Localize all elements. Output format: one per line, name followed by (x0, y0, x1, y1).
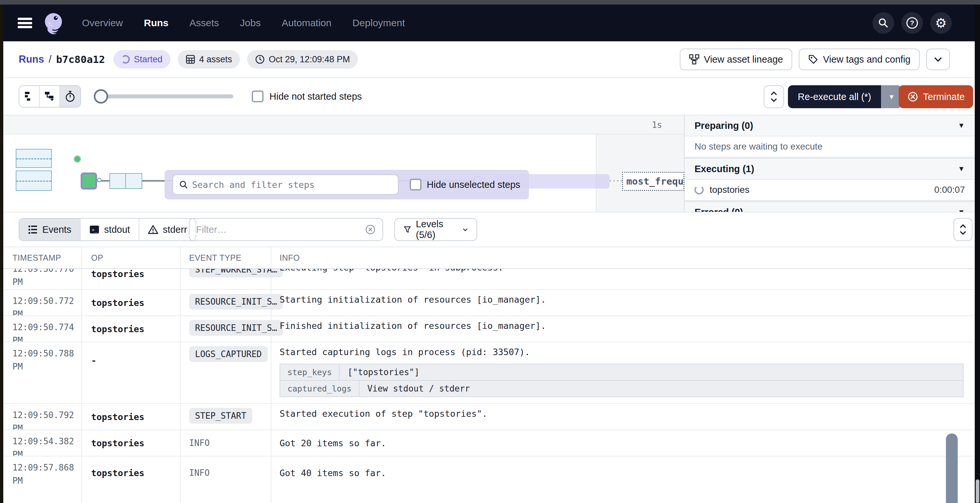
window-left-edge (0, 5, 3, 503)
spinner-icon (121, 55, 130, 64)
step-search-box (172, 174, 399, 195)
captured-logs-link[interactable]: View stdout / stderr (360, 384, 478, 393)
dependency-node (97, 178, 102, 182)
levels-filter-button[interactable]: Levels (5/6) (394, 218, 477, 241)
nav-item-automation[interactable]: Automation (282, 18, 331, 29)
terminate-button[interactable]: Terminate (899, 85, 973, 108)
header-more-button[interactable] (926, 49, 950, 70)
queued-step-box[interactable] (110, 173, 142, 189)
funnel-icon (404, 225, 411, 234)
svg-text:>_: >_ (92, 227, 97, 233)
zoom-slider-knob[interactable] (94, 89, 108, 103)
executing-step-row[interactable]: topstories 0:00:07 (685, 180, 975, 201)
help-button[interactable]: ? (901, 12, 923, 34)
event-type-badge: STEP_START (189, 408, 252, 423)
steps-status-panel: Preparing (0) ▼ No steps are waiting to … (684, 115, 975, 212)
run-logs-panel: Events >_ stdout stderr Levels (5/6) T (3, 212, 975, 503)
tab-stdout[interactable]: >_ stdout (81, 219, 139, 240)
nav-item-assets[interactable]: Assets (189, 18, 219, 29)
gantt-chart: 1s most_frequent_ Hide unselected steps … (3, 115, 975, 212)
chevron-down-icon (934, 56, 943, 62)
clear-filter-icon[interactable] (365, 224, 376, 235)
clock-icon (255, 54, 265, 64)
step-search-input[interactable] (192, 180, 392, 190)
flat-view-button[interactable] (19, 86, 40, 107)
gantt-timeline-header: 1s (3, 115, 684, 134)
tab-stderr[interactable]: stderr (139, 219, 196, 240)
hide-unselected-checkbox[interactable] (410, 179, 422, 191)
zoom-slider-track[interactable] (99, 94, 233, 99)
not-started-step-box[interactable] (16, 170, 52, 191)
dagster-logo-icon[interactable] (41, 11, 65, 35)
log-toolbar: Events >_ stdout stderr Levels (5/6) (3, 212, 975, 247)
timed-view-button[interactable] (60, 86, 80, 107)
search-icon (878, 18, 889, 29)
collapse-triangle-icon: ▼ (958, 165, 965, 173)
breadcrumb-separator: / (49, 53, 52, 65)
log-row: 12:09:50.788 PM - LOGS_CAPTURED Started … (3, 342, 975, 404)
reexecute-split-button: Re-execute all (*) ▾ (788, 85, 902, 108)
spinner-icon (695, 185, 704, 194)
step-label-box[interactable]: most_frequent_ (622, 172, 684, 191)
label-leader-line (609, 180, 622, 181)
menu-icon[interactable] (18, 18, 32, 28)
log-scrollbar-thumb[interactable] (946, 433, 958, 503)
waterfall-view-icon (44, 91, 55, 102)
terminal-icon: >_ (89, 224, 100, 234)
gantt-expand-button[interactable] (764, 85, 784, 108)
log-filter-input[interactable] (196, 224, 365, 235)
hide-not-started-checkbox[interactable] (252, 91, 264, 102)
selected-running-step-box[interactable] (81, 172, 97, 189)
metadata-value: ["topstories"] (340, 367, 427, 377)
lineage-icon (689, 54, 700, 65)
window-scrollbar-thumb[interactable] (976, 479, 979, 503)
completed-step-marker[interactable] (74, 155, 81, 162)
window-top-edge (0, 0, 980, 5)
log-expand-button[interactable] (953, 218, 972, 241)
assets-badge[interactable]: 4 assets (178, 50, 240, 68)
stopwatch-icon (65, 91, 76, 102)
errored-group-header[interactable]: Errored (0) ▼ (685, 202, 975, 212)
event-metadata-table: step_keys ["topstories"] captured_logs V… (280, 364, 964, 397)
hide-not-started-control: Hide not started steps (252, 91, 362, 102)
hide-unselected-label: Hide unselected steps (427, 179, 520, 190)
collapse-triangle-icon: ▼ (958, 121, 965, 130)
event-type-badge: RESOURCE_INIT_S… (189, 320, 283, 336)
col-op: OP (81, 253, 180, 263)
flat-view-icon (24, 91, 34, 102)
search-button[interactable] (872, 12, 894, 34)
event-type-label: INFO (189, 468, 210, 478)
waterfall-view-button[interactable] (40, 86, 60, 107)
nav-item-jobs[interactable]: Jobs (240, 18, 261, 29)
window-scrollbar-track (975, 5, 980, 503)
tab-events[interactable]: Events (19, 219, 81, 240)
help-icon: ? (905, 16, 919, 30)
col-event-type: EVENT TYPE (180, 253, 271, 263)
nav-item-overview[interactable]: Overview (82, 18, 123, 29)
preparing-group-header[interactable]: Preparing (0) ▼ (685, 115, 975, 137)
log-tabs: Events >_ stdout stderr (19, 218, 196, 241)
terminate-icon (907, 91, 918, 102)
not-started-step-box[interactable] (16, 149, 52, 168)
time-tick-label: 1s (643, 120, 662, 130)
log-row: 12:09:54.382 PM topstories INFO Got 20 i… (3, 430, 975, 457)
log-row: 12:09:50.770 PM topstories STEP_WORKER_S… (3, 269, 975, 290)
hide-unselected-control: Hide unselected steps (410, 179, 520, 191)
nav-item-deployment[interactable]: Deployment (352, 18, 405, 29)
gantt-toolbar: Hide not started steps Re-execute all (*… (3, 78, 975, 115)
svg-text:?: ? (910, 19, 915, 27)
metadata-key: step_keys (280, 364, 340, 380)
log-filter-box (189, 218, 383, 241)
run-header: Runs / b7c80a12 Started 4 assets Oct 29,… (3, 41, 975, 78)
executing-group-header[interactable]: Executing (1) ▼ (685, 159, 975, 180)
breadcrumb-runs-link[interactable]: Runs (19, 53, 44, 65)
reexecute-all-button[interactable]: Re-execute all (*) (788, 85, 881, 108)
view-asset-lineage-button[interactable]: View asset lineage (680, 49, 792, 70)
settings-button[interactable]: ⚙ (930, 12, 952, 34)
log-row: 12:09:57.868 PM topstories INFO Got 40 i… (3, 457, 975, 503)
nav-item-runs[interactable]: Runs (144, 18, 169, 29)
chevron-down-icon (463, 228, 468, 232)
start-time-badge: Oct 29, 12:09:48 PM (247, 50, 358, 68)
view-tags-config-button[interactable]: View tags and config (799, 49, 920, 70)
breadcrumb: Runs / b7c80a12 (19, 53, 105, 65)
